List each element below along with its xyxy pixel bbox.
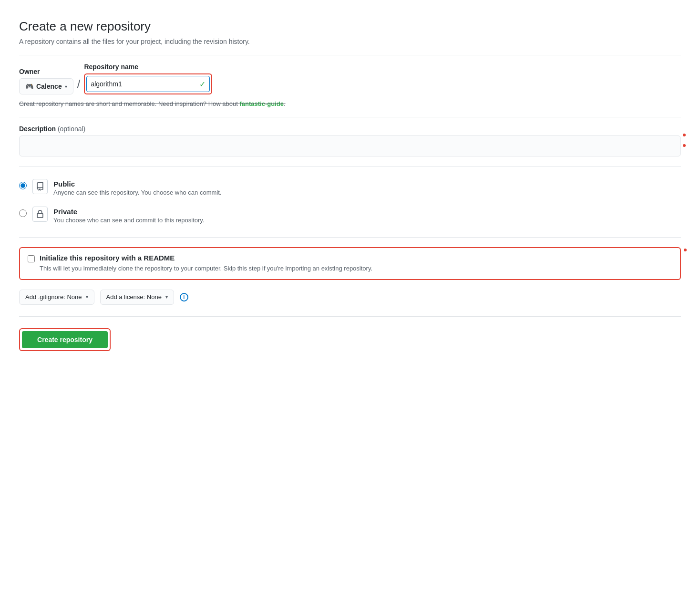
description-section: Description (optional) bbox=[19, 125, 681, 156]
mid-divider-1 bbox=[19, 117, 681, 117]
repo-name-inner: ✓ bbox=[86, 76, 210, 92]
gitignore-label: Add .gitignore: None bbox=[25, 293, 82, 301]
private-icon bbox=[32, 207, 48, 222]
repo-name-section: Repository name ✓ bbox=[84, 63, 212, 94]
public-title: Public bbox=[53, 180, 221, 188]
private-desc: You choose who can see and commit to thi… bbox=[53, 217, 205, 224]
repo-name-highlight-box: ✓ bbox=[84, 73, 212, 94]
page-subtitle: A repository contains all the files for … bbox=[19, 38, 681, 45]
description-input-wrapper bbox=[19, 135, 681, 156]
owner-dropdown-arrow-icon: ▾ bbox=[65, 84, 67, 89]
suggestion-suffix: . bbox=[284, 100, 286, 107]
slash-separator: / bbox=[77, 77, 81, 93]
readme-title: Initialize this repository with a README bbox=[40, 254, 672, 262]
private-radio[interactable] bbox=[19, 209, 27, 217]
public-desc: Anyone can see this repository. You choo… bbox=[53, 189, 221, 196]
license-label: Add a license: None bbox=[106, 293, 162, 301]
description-label-text: Description bbox=[19, 125, 56, 133]
suggestion-text: Great repository names are short and mem… bbox=[19, 100, 681, 107]
repo-name-input[interactable] bbox=[91, 80, 196, 88]
private-option: Private You choose who can see and commi… bbox=[19, 206, 681, 226]
repo-name-label: Repository name bbox=[84, 63, 212, 71]
public-icon bbox=[32, 179, 48, 194]
readme-content: Initialize this repository with a README… bbox=[40, 254, 672, 273]
license-dropdown[interactable]: Add a license: None ▾ bbox=[100, 290, 174, 305]
mid-divider-2 bbox=[19, 166, 681, 166]
bottom-divider bbox=[19, 316, 681, 317]
public-content: Public Anyone can see this repository. Y… bbox=[53, 180, 221, 196]
description-input[interactable] bbox=[19, 135, 681, 156]
top-divider bbox=[19, 55, 681, 55]
gitignore-arrow-icon: ▾ bbox=[86, 294, 88, 300]
owner-name: Calence bbox=[36, 83, 62, 90]
suggestion-prefix: Great repository names are short and mem… bbox=[19, 100, 239, 107]
page-title: Create a new repository bbox=[19, 19, 681, 34]
gitignore-dropdown[interactable]: Add .gitignore: None ▾ bbox=[19, 290, 94, 305]
suggestion-link[interactable]: fantastic-guide bbox=[239, 100, 283, 107]
readme-wrapper: Initialize this repository with a README… bbox=[19, 247, 681, 280]
license-arrow-icon: ▾ bbox=[165, 294, 168, 300]
owner-emoji-icon: 🎮 bbox=[25, 83, 33, 90]
readme-section: Initialize this repository with a README… bbox=[19, 247, 681, 280]
create-repository-button[interactable]: Create repository bbox=[22, 331, 108, 348]
info-icon[interactable]: i bbox=[180, 293, 188, 302]
red-dot-top bbox=[683, 134, 686, 136]
check-icon: ✓ bbox=[199, 80, 206, 89]
private-content: Private You choose who can see and commi… bbox=[53, 208, 205, 224]
owner-label: Owner bbox=[19, 68, 73, 75]
owner-repo-row: Owner 🎮 Calence ▾ / Repository name ✓ bbox=[19, 63, 681, 94]
description-label: Description (optional) bbox=[19, 125, 681, 133]
page-container: Create a new repository A repository con… bbox=[0, 0, 700, 603]
owner-dropdown[interactable]: 🎮 Calence ▾ bbox=[19, 78, 73, 94]
red-dot-readme bbox=[684, 249, 687, 251]
readme-checkbox[interactable] bbox=[28, 255, 35, 262]
owner-section: Owner 🎮 Calence ▾ bbox=[19, 68, 73, 94]
dropdowns-row: Add .gitignore: None ▾ Add a license: No… bbox=[19, 290, 681, 305]
public-radio[interactable] bbox=[19, 182, 27, 189]
red-dot-bottom bbox=[683, 144, 686, 147]
visibility-section: Public Anyone can see this repository. Y… bbox=[19, 178, 681, 226]
private-title: Private bbox=[53, 208, 205, 216]
readme-desc: This will let you immediately clone the … bbox=[40, 264, 672, 273]
description-optional-text: (optional) bbox=[56, 125, 85, 133]
public-option: Public Anyone can see this repository. Y… bbox=[19, 178, 681, 198]
mid-divider-3 bbox=[19, 237, 681, 238]
create-button-highlight-box: Create repository bbox=[19, 328, 111, 351]
